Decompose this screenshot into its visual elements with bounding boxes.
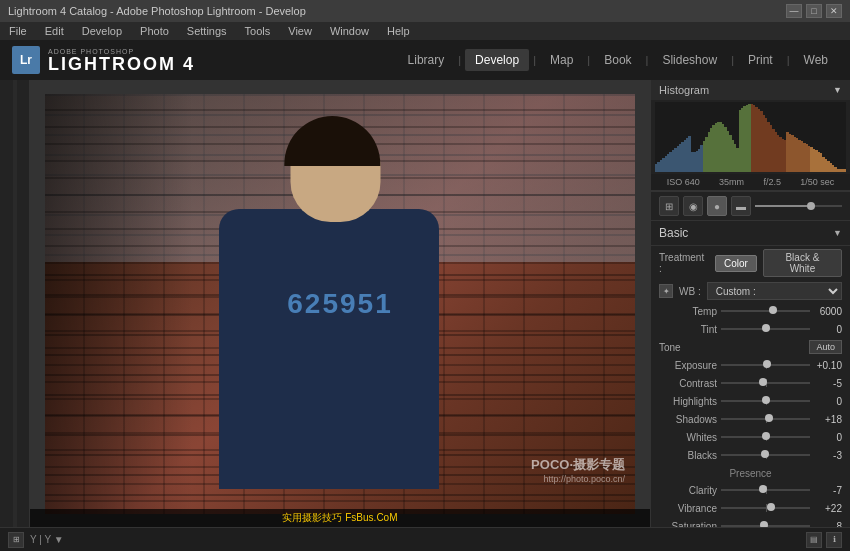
- tab-web[interactable]: Web: [794, 49, 838, 71]
- saturation-value: -8: [814, 521, 842, 528]
- histogram-bars: [655, 102, 846, 172]
- vibrance-label: Vibrance: [659, 503, 717, 514]
- tint-track: [721, 328, 810, 330]
- saturation-label: Saturation: [659, 521, 717, 528]
- window-controls: — □ ✕: [786, 4, 842, 18]
- person-body: [219, 209, 439, 489]
- highlights-thumb: [762, 396, 770, 404]
- gradient-tool[interactable]: ▬: [731, 196, 751, 216]
- clarity-row: Clarity -7: [651, 481, 850, 499]
- camera-info: ISO 640 35mm f/2.5 1/50 sec: [651, 174, 850, 191]
- menu-file[interactable]: File: [6, 24, 30, 38]
- watermark: 625951: [287, 288, 392, 320]
- photo-area: 625951 POCO·摄影专题 http://photo.poco.cn/ 实…: [30, 80, 650, 527]
- photo-image: 625951 POCO·摄影专题 http://photo.poco.cn/: [45, 94, 635, 514]
- histogram-header[interactable]: Histogram ▼: [651, 80, 850, 100]
- header: Lr ADOBE PHOTOSHOP LIGHTROOM 4 Library |…: [0, 40, 850, 80]
- vibrance-slider[interactable]: [721, 501, 810, 515]
- eyedropper-tool[interactable]: ✦: [659, 284, 673, 298]
- tool-row: ⊞ ◉ ● ▬: [651, 192, 850, 221]
- wb-label: WB :: [679, 286, 701, 297]
- left-shadow: [45, 94, 193, 514]
- shadows-slider[interactable]: [721, 412, 810, 426]
- treatment-bw-btn[interactable]: Black & White: [763, 249, 842, 277]
- exposure-slider[interactable]: [721, 358, 810, 372]
- blacks-label: Blacks: [659, 450, 717, 461]
- tab-print[interactable]: Print: [738, 49, 783, 71]
- left-panel: [0, 80, 30, 527]
- tab-map[interactable]: Map: [540, 49, 583, 71]
- crop-tool[interactable]: ⊞: [659, 196, 679, 216]
- nav-tabs: Library | Develop | Map | Book | Slidesh…: [398, 49, 838, 71]
- tab-library[interactable]: Library: [398, 49, 455, 71]
- menu-develop[interactable]: Develop: [79, 24, 125, 38]
- app-name: LIGHTROOM 4: [48, 55, 195, 73]
- shadows-row: Shadows +18: [651, 410, 850, 428]
- menu-photo[interactable]: Photo: [137, 24, 172, 38]
- clarity-value: -7: [814, 485, 842, 496]
- blacks-value: -3: [814, 450, 842, 461]
- temp-slider[interactable]: [721, 304, 810, 318]
- spot-tool[interactable]: ◉: [683, 196, 703, 216]
- blacks-slider[interactable]: [721, 448, 810, 462]
- contrast-slider[interactable]: [721, 376, 810, 390]
- wb-row: ✦ WB : Custom : As Shot Auto Daylight Cl…: [651, 280, 850, 302]
- histogram-label: Histogram: [659, 84, 709, 96]
- highlights-value: 0: [814, 396, 842, 407]
- saturation-row: Saturation -8: [651, 517, 850, 527]
- exposure-thumb: [763, 360, 771, 368]
- temp-track: [721, 310, 810, 312]
- menu-settings[interactable]: Settings: [184, 24, 230, 38]
- basic-header[interactable]: Basic ▼: [651, 221, 850, 246]
- bottom-toolbar: ⊞ Y | Y ▼ ▤ ℹ: [0, 527, 850, 551]
- tone-auto-btn[interactable]: Auto: [809, 340, 842, 354]
- saturation-thumb: [760, 521, 768, 527]
- contrast-value: -5: [814, 378, 842, 389]
- poco-url: http://photo.poco.cn/: [531, 474, 625, 484]
- menu-tools[interactable]: Tools: [242, 24, 274, 38]
- close-button[interactable]: ✕: [826, 4, 842, 18]
- basic-label: Basic: [659, 226, 688, 240]
- whites-slider[interactable]: [721, 430, 810, 444]
- tone-row: Tone Auto: [651, 338, 850, 356]
- tool-slider-track[interactable]: [755, 205, 842, 207]
- exposure-row: Exposure +0.10: [651, 356, 850, 374]
- maximize-button[interactable]: □: [806, 4, 822, 18]
- vibrance-row: Vibrance +22: [651, 499, 850, 517]
- tint-slider[interactable]: [721, 322, 810, 336]
- info-icon[interactable]: ℹ: [826, 532, 842, 548]
- clarity-slider[interactable]: [721, 483, 810, 497]
- focal-value: 35mm: [719, 177, 744, 187]
- basic-arrow: ▼: [833, 228, 842, 238]
- tab-develop[interactable]: Develop: [465, 49, 529, 71]
- highlights-slider[interactable]: [721, 394, 810, 408]
- right-panel: Histogram ▼ ISO 640 35mm f/2.5 1/50 sec …: [650, 80, 850, 527]
- blacks-thumb: [761, 450, 769, 458]
- exposure-label: Exposure: [659, 360, 717, 371]
- wb-select[interactable]: Custom : As Shot Auto Daylight Cloudy: [707, 282, 842, 300]
- aperture-value: f/2.5: [763, 177, 781, 187]
- temp-thumb: [769, 306, 777, 314]
- temp-value: 6000: [814, 306, 842, 317]
- treatment-color-btn[interactable]: Color: [715, 255, 757, 272]
- bottom-left: ⊞ Y | Y ▼: [8, 532, 64, 548]
- blacks-row: Blacks -3: [651, 446, 850, 464]
- menu-view[interactable]: View: [285, 24, 315, 38]
- minimize-button[interactable]: —: [786, 4, 802, 18]
- tab-slideshow[interactable]: Slideshow: [652, 49, 727, 71]
- menu-edit[interactable]: Edit: [42, 24, 67, 38]
- tint-row: Tint 0: [651, 320, 850, 338]
- clarity-thumb: [759, 485, 767, 493]
- saturation-slider[interactable]: [721, 519, 810, 527]
- menu-help[interactable]: Help: [384, 24, 413, 38]
- redeye-tool[interactable]: ●: [707, 196, 727, 216]
- view-toggle-icon[interactable]: ⊞: [8, 532, 24, 548]
- whites-label: Whites: [659, 432, 717, 443]
- photo-container: 625951 POCO·摄影专题 http://photo.poco.cn/ 实…: [30, 80, 650, 527]
- histogram-canvas: [655, 102, 846, 172]
- presence-label: Presence: [651, 464, 850, 481]
- filmstrip-icon[interactable]: ▤: [806, 532, 822, 548]
- menu-window[interactable]: Window: [327, 24, 372, 38]
- tab-book[interactable]: Book: [594, 49, 641, 71]
- exposure-value: +0.10: [814, 360, 842, 371]
